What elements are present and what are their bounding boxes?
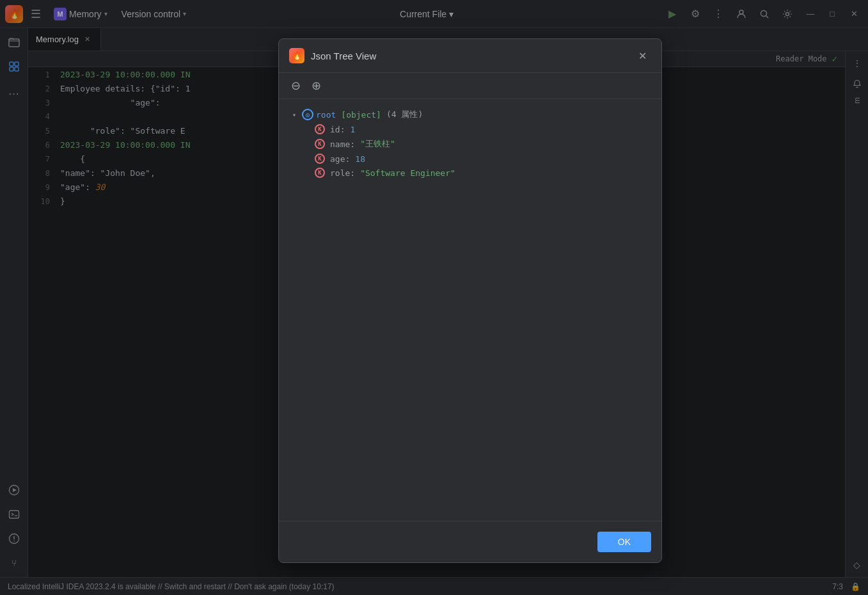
- json-tree-dialog: 🔥 Json Tree View ✕ ⊖ ⊕ ▾ ◎ root [object]…: [278, 38, 662, 563]
- dialog-title: Json Tree View: [311, 51, 627, 61]
- role-value: "Software Engineer": [360, 168, 455, 178]
- ok-button[interactable]: OK: [597, 532, 651, 552]
- role-badge: K: [315, 168, 325, 178]
- expand-all-button[interactable]: ⊕: [307, 77, 325, 95]
- id-value: 1: [350, 125, 355, 134]
- name-value: "王铁柱": [360, 138, 395, 150]
- dialog-header: 🔥 Json Tree View ✕: [279, 39, 661, 73]
- tree-node-root[interactable]: ▾ ◎ root [object] (4 属性): [289, 107, 651, 122]
- age-badge: K: [315, 154, 325, 164]
- root-type: [object]: [341, 110, 381, 120]
- id-badge: K: [315, 124, 325, 134]
- age-key: age:: [330, 154, 350, 164]
- tree-node-role: K role: "Software Engineer": [289, 166, 651, 180]
- dialog-overlay: 🔥 Json Tree View ✕ ⊖ ⊕ ▾ ◎ root [object]…: [0, 0, 868, 595]
- age-value: 18: [355, 154, 365, 164]
- root-badge: ◎: [302, 109, 313, 120]
- tree-node-id: K id: 1: [289, 122, 651, 136]
- tree-node-name: K name: "王铁柱": [289, 136, 651, 152]
- root-key: root: [316, 110, 336, 120]
- role-key: role:: [330, 168, 355, 178]
- json-tree: ▾ ◎ root [object] (4 属性) K id: 1 K name:…: [279, 99, 661, 521]
- root-count: (4 属性): [386, 109, 423, 120]
- dialog-toolbar: ⊖ ⊕: [279, 73, 661, 99]
- dialog-footer: OK: [279, 521, 661, 562]
- id-key: id:: [330, 125, 345, 134]
- tree-node-age: K age: 18: [289, 152, 651, 166]
- name-badge: K: [315, 139, 325, 149]
- dialog-close-button[interactable]: ✕: [633, 47, 651, 65]
- name-key: name:: [330, 139, 355, 149]
- collapse-all-button[interactable]: ⊖: [287, 77, 304, 95]
- dialog-title-icon: 🔥: [289, 48, 304, 63]
- expand-root-icon[interactable]: ▾: [289, 109, 299, 120]
